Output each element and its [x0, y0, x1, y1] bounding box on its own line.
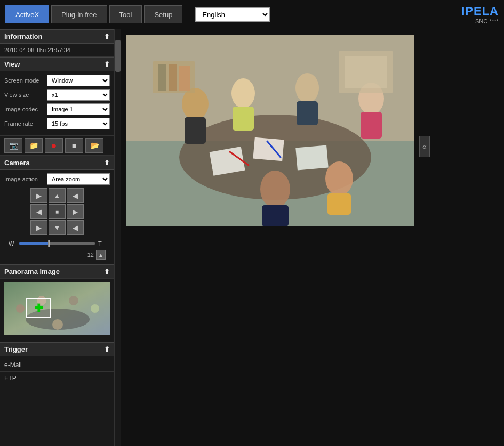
svg-point-15: [295, 73, 319, 103]
zoom-up-button[interactable]: ▲: [96, 250, 106, 260]
view-title: View: [4, 60, 20, 68]
svg-point-13: [231, 78, 255, 108]
panorama-scene-bg: [4, 282, 110, 335]
ptz-up-right-button[interactable]: ◀: [67, 188, 84, 203]
tab-tool[interactable]: Tool: [109, 5, 142, 23]
trigger-section-header[interactable]: Trigger ⬆: [0, 342, 114, 356]
information-content: 2010-04-08 Thu 21:57:34: [0, 44, 114, 57]
controls-row: 📷 📁 ● ■ 📂: [0, 136, 114, 156]
svg-rect-25: [295, 145, 328, 171]
svg-rect-12: [185, 117, 206, 144]
trigger-content: e-Mail FTP: [0, 356, 114, 387]
view-collapse-icon: ⬆: [104, 60, 110, 68]
snapshot-button[interactable]: 📷: [4, 138, 22, 153]
camera-content: Image action Area zoom Pan/Tilt/Zoom Dig…: [0, 170, 114, 264]
frame-rate-row: Frame rate 15 fps 30 fps 5 fps 1 fps: [4, 118, 110, 129]
svg-point-21: [325, 161, 353, 196]
zoom-slider-row: W T: [4, 238, 110, 249]
image-codec-label: Image codec: [4, 106, 47, 112]
ptz-right-button[interactable]: ▶: [67, 204, 84, 219]
svg-rect-22: [327, 193, 351, 215]
camera-title: Camera: [4, 159, 30, 167]
information-section-header[interactable]: Information ⬆: [0, 29, 114, 44]
content-area: «: [121, 29, 504, 446]
view-size-row: View size x1 x2 x0.5: [4, 89, 110, 101]
ptz-center-button[interactable]: ■: [49, 204, 66, 219]
brand-name: IPELA: [461, 4, 499, 18]
image-action-row: Image action Area zoom Pan/Tilt/Zoom Dig…: [4, 173, 110, 185]
ptz-down-left-button[interactable]: ▶: [30, 220, 47, 235]
svg-point-4: [69, 296, 78, 305]
svg-rect-31: [179, 66, 190, 91]
svg-point-19: [260, 171, 290, 208]
view-size-select[interactable]: x1 x2 x0.5: [47, 89, 110, 101]
svg-point-6: [52, 319, 63, 330]
svg-rect-14: [233, 107, 254, 131]
svg-rect-16: [297, 101, 318, 125]
ptz-left-button[interactable]: ◀: [30, 204, 47, 219]
trigger-ftp-item[interactable]: FTP: [0, 372, 114, 385]
top-navigation: ActiveX Plug-in free Tool Setup English …: [0, 0, 504, 29]
image-codec-select[interactable]: Image 1 Image 2 Image 3: [47, 103, 110, 115]
sidebar-scrollbar[interactable]: [114, 29, 121, 446]
zoom-slider[interactable]: [19, 242, 95, 245]
record-button[interactable]: ●: [45, 138, 63, 153]
camera-collapse-icon: ⬆: [104, 159, 110, 167]
information-title: Information: [4, 33, 43, 40]
model-name: SNC-****: [461, 18, 499, 25]
stop-button[interactable]: ■: [65, 138, 83, 153]
brand-logo: IPELA SNC-****: [461, 4, 499, 25]
svg-rect-30: [169, 64, 177, 91]
zoom-thumb: [48, 240, 50, 247]
zoom-number-row: 12 ▲: [4, 249, 110, 261]
panorama-image[interactable]: ✚: [4, 282, 110, 335]
screen-mode-row: Screen mode Window Full screen: [4, 75, 110, 86]
scrollbar-thumb[interactable]: [115, 40, 121, 72]
svg-point-5: [91, 304, 99, 313]
svg-point-2: [16, 304, 25, 313]
view-section-header[interactable]: View ⬆: [0, 57, 114, 71]
collapse-panel-button[interactable]: «: [419, 136, 430, 157]
screen-mode-select[interactable]: Window Full screen: [47, 75, 110, 86]
zoom-tele-label: T: [98, 240, 106, 247]
view-content: Screen mode Window Full screen View size…: [0, 71, 114, 136]
svg-rect-18: [361, 112, 382, 139]
image-codec-row: Image codec Image 1 Image 2 Image 3: [4, 103, 110, 115]
information-collapse-icon: ⬆: [104, 33, 110, 40]
panorama-section-header[interactable]: Panorama image ⬆: [0, 264, 114, 279]
trigger-email-item[interactable]: e-Mail: [0, 359, 114, 372]
ptz-down-right-button[interactable]: ◀: [67, 220, 84, 235]
frame-rate-label: Frame rate: [4, 120, 47, 127]
ptz-up-left-button[interactable]: ▶: [30, 188, 47, 203]
save-folder-button[interactable]: 📂: [85, 138, 103, 153]
panorama-title: Panorama image: [4, 267, 60, 275]
open-folder-button[interactable]: 📁: [25, 138, 43, 153]
tab-plugin-free[interactable]: Plug-in free: [51, 5, 107, 23]
language-select[interactable]: English Japanese Chinese French German: [195, 7, 270, 22]
svg-rect-33: [345, 56, 387, 88]
trigger-collapse-icon: ⬆: [104, 345, 110, 353]
view-size-label: View size: [4, 92, 47, 98]
svg-rect-24: [253, 137, 284, 161]
tab-setup[interactable]: Setup: [144, 5, 182, 23]
ptz-down-button[interactable]: ▼: [49, 220, 66, 235]
zoom-wide-label: W: [9, 240, 16, 247]
camera-section-header[interactable]: Camera ⬆: [0, 156, 114, 170]
panorama-selection-box[interactable]: ✚: [26, 298, 51, 318]
image-action-select[interactable]: Area zoom Pan/Tilt/Zoom Digital zoom: [47, 173, 110, 185]
svg-rect-20: [262, 205, 289, 226]
frame-rate-select[interactable]: 15 fps 30 fps 5 fps 1 fps: [47, 118, 110, 129]
svg-rect-29: [158, 64, 166, 91]
collapse-arrow-icon: «: [422, 142, 427, 151]
screen-mode-label: Screen mode: [4, 77, 47, 84]
camera-feed[interactable]: [126, 35, 414, 226]
tab-activex[interactable]: ActiveX: [5, 5, 49, 23]
image-action-label: Image action: [4, 176, 47, 182]
zoom-value-display: 12: [87, 252, 94, 258]
trigger-title: Trigger: [4, 345, 28, 353]
datetime-display: 2010-04-08 Thu 21:57:34: [4, 47, 70, 53]
ptz-control-grid: ▶ ▲ ◀ ◀ ■ ▶ ▶ ▼ ◀: [30, 188, 84, 235]
main-layout: Information ⬆ 2010-04-08 Thu 21:57:34 Vi…: [0, 29, 504, 446]
panorama-content: ✚: [0, 282, 114, 342]
ptz-up-button[interactable]: ▲: [49, 188, 66, 203]
